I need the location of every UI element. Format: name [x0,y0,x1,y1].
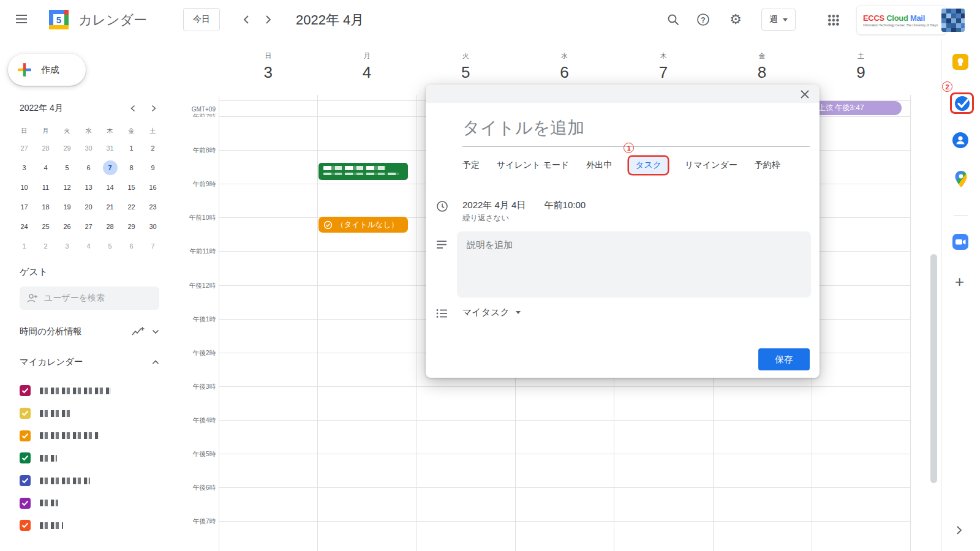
mini-calendar-day[interactable]: 1 [13,236,35,256]
chevron-down-icon[interactable] [152,329,159,334]
mini-calendar-day[interactable]: 9 [142,158,164,178]
mini-calendar-day[interactable]: 12 [56,178,78,197]
repeat-option[interactable]: 繰り返さない [462,213,509,223]
calendar-checkbox[interactable] [20,385,31,396]
get-add-ons-icon[interactable]: + [955,272,964,291]
calendar-checkbox[interactable] [20,408,31,419]
calendar-checkbox[interactable] [20,475,31,486]
day-column-header[interactable]: 火5 [441,51,490,82]
mini-calendar-prev-icon[interactable] [127,103,138,114]
day-column-header[interactable]: 金8 [737,51,786,82]
view-selector-dropdown[interactable]: 週 [761,9,796,31]
time-insights-section[interactable]: 時間の分析情報 [20,326,159,337]
account-badge[interactable]: ECCS Cloud Mail Information Technology C… [856,5,947,35]
mini-calendar-day[interactable]: 24 [13,217,35,236]
mini-calendar-day[interactable]: 2 [35,236,56,256]
search-icon[interactable] [666,12,680,27]
mini-calendar-day[interactable]: 26 [56,217,78,236]
mini-calendar-day[interactable]: 22 [121,197,142,217]
google-maps-icon[interactable] [954,170,968,189]
calendar-list-item[interactable] [0,447,178,470]
day-column-header[interactable]: 日3 [244,51,293,82]
guest-search-input[interactable]: ユーザーを検索 [20,287,159,310]
time-value[interactable]: 午前10:00 [545,200,586,210]
calendar-list-item[interactable] [0,470,178,492]
description-input[interactable]: 説明を追加 [457,231,811,298]
help-icon[interactable]: ? [696,12,710,27]
mini-calendar-day[interactable]: 8 [121,158,142,178]
mini-calendar-day[interactable]: 7 [142,236,164,256]
calendar-list-item[interactable] [0,514,178,537]
calendar-list-item[interactable] [0,492,178,514]
day-column-header[interactable]: 木7 [639,51,688,82]
calendar-checkbox[interactable] [20,430,31,441]
chevron-up-icon[interactable] [152,360,159,365]
dialog-tab-4[interactable]: タスク1 [629,157,668,174]
green-event[interactable] [318,163,408,180]
mini-calendar-day[interactable]: 20 [78,197,99,217]
mini-calendar-day[interactable]: 6 [121,236,142,256]
mini-calendar-day[interactable]: 16 [142,178,164,197]
google-contacts-icon[interactable] [952,132,968,148]
mini-calendar-day[interactable]: 28 [99,217,121,236]
calendar-checkbox[interactable] [20,520,31,531]
mini-calendar-day[interactable]: 5 [56,158,78,178]
date-value[interactable]: 2022年 4月 4日 [462,200,526,210]
mini-calendar-day[interactable]: 29 [56,138,78,158]
mini-calendar-day[interactable]: 5 [99,236,121,256]
mini-calendar-day[interactable]: 17 [13,197,35,217]
close-icon[interactable] [800,89,810,99]
mini-calendar-day[interactable]: 13 [78,178,99,197]
avatar[interactable] [941,9,965,32]
day-column-header[interactable]: 土9 [837,51,886,82]
datetime-row[interactable]: 2022年 4月 4日 午前10:00 [462,200,586,211]
mini-calendar-day[interactable]: 11 [35,178,56,197]
task-list-dropdown[interactable]: マイタスク [462,307,521,318]
mini-calendar-day[interactable]: 29 [121,217,142,236]
google-apps-icon[interactable] [827,14,839,26]
dialog-tab-1[interactable]: 予定 [462,160,480,171]
mini-calendar-day[interactable]: 6 [78,158,99,178]
dialog-tab-6[interactable]: 予約枠 [755,160,780,171]
mini-calendar-day[interactable]: 31 [99,138,121,158]
mini-calendar-day[interactable]: 4 [78,236,99,256]
dialog-tab-2[interactable]: サイレント モード [497,160,569,171]
mini-calendar-day[interactable]: 27 [78,217,99,236]
save-button[interactable]: 保存 [758,348,810,370]
create-button[interactable]: 作成 [8,54,86,86]
mini-calendar-day[interactable]: 3 [13,158,35,178]
title-input[interactable]: タイトルを追加 [462,116,584,140]
mini-calendar-day[interactable]: 19 [56,197,78,217]
today-button[interactable]: 今日 [183,8,220,31]
mini-calendar-next-icon[interactable] [148,103,159,114]
mini-calendar-day[interactable]: 4 [35,158,56,178]
calendar-checkbox[interactable] [20,498,31,509]
mini-calendar-day[interactable]: 1 [121,138,142,158]
hide-side-panel-icon[interactable] [956,525,962,535]
main-menu-icon[interactable] [16,15,27,16]
day-column-header[interactable]: 水6 [540,51,589,82]
allday-event-moon[interactable]: 上弦 午後3:47 [812,101,902,115]
calendar-scrollbar[interactable] [930,254,937,483]
next-week-icon[interactable] [262,13,274,26]
previous-week-icon[interactable] [240,13,252,26]
zoom-app-icon[interactable] [952,234,968,250]
my-calendars-section[interactable]: マイカレンダー [20,356,159,368]
mini-calendar-day[interactable]: 23 [142,197,164,217]
calendar-list-item[interactable] [0,424,178,447]
day-column-header[interactable]: 月4 [342,51,391,82]
mini-calendar-day[interactable]: 28 [35,138,56,158]
google-tasks-icon[interactable] [954,95,971,112]
mini-calendar-day[interactable]: 18 [35,197,56,217]
settings-gear-icon[interactable]: ⚙ [728,12,743,27]
calendar-checkbox[interactable] [20,452,31,463]
dialog-drag-bar[interactable] [426,84,820,103]
calendar-logo[interactable]: 5 [47,7,71,32]
mini-calendar-today[interactable]: 7 [99,158,121,178]
calendar-list-item[interactable] [0,402,178,425]
mini-calendar-day[interactable]: 3 [56,236,78,256]
dialog-tab-3[interactable]: 外出中 [586,160,612,171]
mini-calendar-day[interactable]: 14 [99,178,121,197]
mini-calendar-day[interactable]: 25 [35,217,56,236]
mini-calendar-day[interactable]: 15 [121,178,142,197]
